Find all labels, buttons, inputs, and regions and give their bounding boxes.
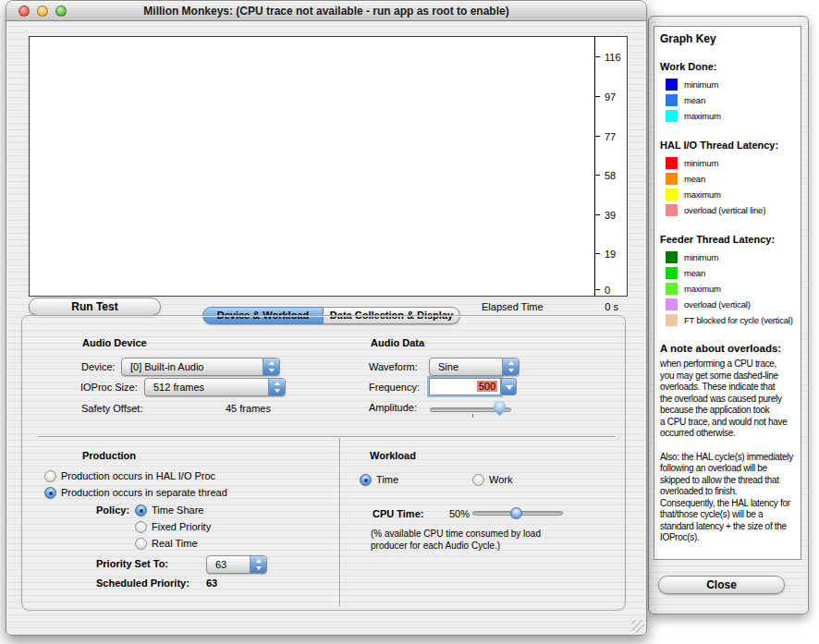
radio-policy-real-time[interactable] (135, 538, 147, 550)
title-bar[interactable]: Million Monkeys: (CPU trace not availabl… (6, 1, 646, 21)
radio-production-hal-label: Production occurs in HAL I/O Proc (61, 470, 215, 482)
window-title: Million Monkeys: (CPU trace not availabl… (6, 5, 646, 18)
radio-policy-time-share[interactable] (135, 504, 147, 516)
graph-key-box: Graph Key Work Done: minimum mean (654, 26, 801, 560)
resize-grip[interactable] (631, 620, 644, 633)
section-divider-vertical (339, 438, 341, 606)
frequency-combo-arrow-icon[interactable] (501, 378, 517, 395)
legend-item: minimum (660, 249, 796, 265)
legend-label: overload (vertical) (684, 299, 751, 310)
policy-label: Policy: (96, 504, 129, 516)
legend-item: mean (660, 265, 796, 281)
legend-item: overload (vertical) (660, 297, 796, 312)
legend-swatch-icon (666, 251, 678, 263)
legend-item: minimum (660, 155, 796, 171)
radio-policy-real-time-label: Real Time (152, 538, 198, 550)
priority-popup[interactable]: 63 (206, 555, 267, 574)
amplitude-slider-tick (472, 414, 473, 418)
legend-heading-work-done: Work Done: (660, 61, 796, 72)
y-tick-label: 39 (605, 210, 616, 221)
safety-offset-label: Safety Offset: (81, 403, 142, 415)
audio-data-heading: Audio Data (371, 337, 424, 349)
legend-label: minimum (684, 79, 718, 90)
legend-item: overload (vertical line) (660, 202, 796, 218)
audio-device-heading: Audio Device (82, 337, 147, 349)
radio-workload-time[interactable] (360, 474, 372, 486)
legend-feeder-latency: minimum mean maximum overload (v (660, 249, 796, 328)
cpu-time-note: (% available CPU time consumed by load p… (371, 528, 541, 552)
section-divider-horizontal (38, 436, 615, 438)
legend-swatch-icon (666, 94, 678, 106)
elapsed-time-value: 0 s (581, 301, 618, 313)
priority-set-to-label: Priority Set To: (96, 558, 168, 570)
legend-item: mean (660, 92, 796, 108)
legend-heading-feeder-latency: Feeder Thread Latency: (660, 234, 796, 245)
cpu-time-slider-thumb[interactable] (510, 507, 522, 519)
amplitude-label: Amplitude: (369, 402, 417, 414)
waveform-label: Waveform: (369, 361, 418, 373)
legend-swatch-icon (666, 314, 678, 326)
popup-stepper-icon (263, 358, 279, 375)
radio-production-hal[interactable] (44, 470, 56, 482)
ioproc-size-popup[interactable]: 512 frames (144, 378, 286, 396)
production-heading: Production (82, 450, 136, 462)
legend-swatch-icon (666, 204, 678, 216)
legend-swatch-icon (666, 110, 678, 122)
radio-production-thread[interactable] (44, 487, 56, 499)
ioproc-size-popup-value: 512 frames (153, 382, 204, 393)
device-popup[interactable]: [0] Built-in Audio (121, 358, 280, 376)
tick-mark (594, 96, 600, 97)
legend-item: minimum (660, 77, 796, 92)
legend-swatch-icon (666, 79, 678, 91)
graph-y-ticks: 116 97 77 58 (30, 37, 627, 296)
legend-swatch-icon (666, 188, 678, 200)
legend-item: maximum (660, 281, 796, 297)
legend-heading-hal-latency: HAL I/O Thread Latency: (660, 140, 796, 151)
legend-swatch-icon (666, 298, 678, 310)
scheduled-priority-value: 63 (206, 577, 217, 589)
tick-mark (594, 253, 600, 254)
radio-workload-time-label: Time (376, 474, 398, 486)
legend-label: maximum (684, 189, 721, 200)
waveform-popup[interactable]: Sine (429, 358, 520, 376)
y-tick-label: 0 (605, 285, 610, 296)
legend-item: maximum (660, 108, 796, 124)
waveform-popup-value: Sine (438, 361, 458, 372)
radio-policy-time-share-label: Time Share (152, 504, 203, 516)
y-tick-label: 97 (605, 91, 616, 103)
run-test-button[interactable]: Run Test (29, 298, 161, 316)
ioproc-size-label: IOProc Size: (80, 382, 138, 394)
tick-mark (594, 56, 600, 57)
tick-mark (594, 289, 600, 290)
screen: Graph Key Work Done: minimum mean (0, 0, 819, 644)
priority-popup-value: 63 (215, 559, 226, 570)
radio-workload-work-label: Work (489, 474, 512, 486)
main-window: Million Monkeys: (CPU trace not availabl… (6, 0, 647, 636)
scheduled-priority-label: Scheduled Priority: (96, 577, 189, 589)
frequency-input[interactable]: 500 (429, 378, 501, 395)
legend-hal-latency: minimum mean maximum overload (v (660, 155, 796, 218)
elapsed-time-label: Elapsed Time (482, 301, 544, 313)
legend-swatch-icon (666, 283, 678, 295)
popup-stepper-icon (502, 358, 519, 375)
legend-label: minimum (684, 252, 718, 262)
tick-mark (594, 136, 600, 137)
radio-workload-work[interactable] (472, 474, 484, 486)
popup-stepper-icon (268, 379, 285, 395)
tick-mark (594, 175, 600, 176)
y-tick-label: 19 (605, 249, 616, 260)
safety-offset-value: 45 frames (226, 403, 271, 415)
legend-swatch-icon (666, 267, 678, 279)
legend-item: FT blocked for cycle (vertical) (660, 312, 796, 328)
legend-swatch-icon (666, 157, 678, 169)
tick-mark (594, 214, 600, 215)
legend-label: maximum (684, 284, 721, 294)
radio-production-thread-label: Production occurs in separate thread (61, 487, 227, 499)
legend-label: mean (684, 268, 705, 278)
y-tick-label: 77 (605, 131, 616, 142)
radio-policy-fixed-priority[interactable] (135, 521, 147, 533)
device-popup-value: [0] Built-in Audio (130, 361, 204, 372)
y-tick-label: 116 (605, 52, 621, 63)
close-button[interactable]: Close (658, 576, 785, 594)
cpu-time-label: CPU Time: (373, 508, 423, 520)
